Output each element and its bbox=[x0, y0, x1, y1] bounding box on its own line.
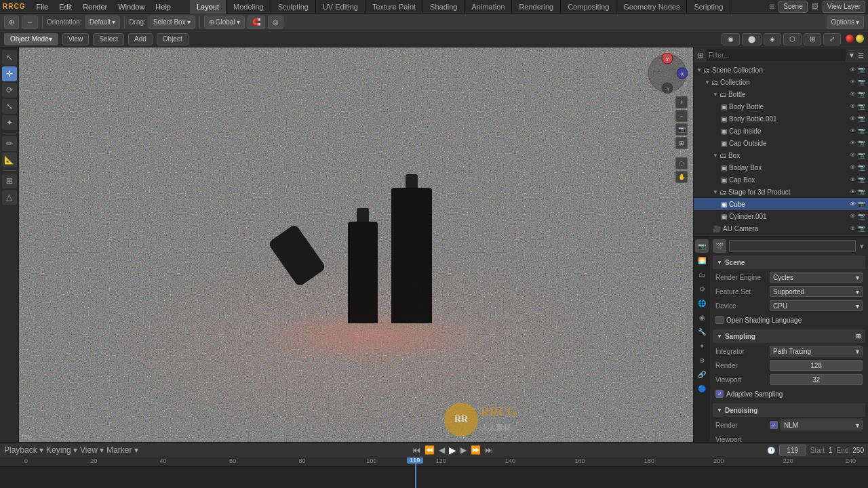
options-btn[interactable]: Options ▾ bbox=[827, 16, 864, 29]
tool-move[interactable]: ✛ bbox=[2, 66, 17, 81]
visibility-icon[interactable]: 👁 bbox=[850, 176, 856, 183]
tree-item-scene-collection[interactable]: ▼ 🗂 Scene Collection 👁 📷 bbox=[694, 64, 868, 76]
outliner-filter-icon[interactable]: ▼ bbox=[848, 52, 855, 59]
visibility-icon[interactable]: 👁 bbox=[850, 79, 856, 85]
prop-icon-modifier[interactable]: 🔧 bbox=[695, 325, 709, 338]
prop-icon-world[interactable]: 🌐 bbox=[695, 296, 709, 310]
render-icon[interactable]: 📷 bbox=[858, 140, 865, 146]
drag-selector[interactable]: Select Box ▾ bbox=[149, 16, 195, 29]
visibility-icon[interactable]: 👁 bbox=[850, 201, 856, 207]
menu-render[interactable]: Render bbox=[77, 0, 113, 14]
view-menu[interactable]: View bbox=[62, 33, 90, 45]
workspace-tab-animation[interactable]: Animation bbox=[465, 0, 512, 14]
object-menu[interactable]: Object bbox=[157, 33, 189, 45]
render-icon[interactable]: 📷 bbox=[858, 201, 865, 207]
mode-selector[interactable]: Object Mode ▾ bbox=[4, 33, 58, 45]
visibility-icon[interactable]: 👁 bbox=[850, 140, 856, 146]
tree-item-camera[interactable]: 🎥 AU Camera 👁 📷 bbox=[694, 222, 868, 235]
marker-dropdown[interactable]: Marker ▾ bbox=[106, 445, 138, 455]
tree-item-box[interactable]: ▼ 🗂 Box 👁 📷 bbox=[694, 149, 868, 161]
tree-item-cube[interactable]: ▣ Cube 👁 📷 bbox=[694, 198, 868, 210]
timeline-track[interactable]: 0 20 40 60 80 100 120 140 160 180 200 22… bbox=[0, 458, 868, 488]
jump-prev-key-btn[interactable]: ⏪ bbox=[425, 445, 435, 455]
tree-item-stage[interactable]: ▼ 🗂 Stage for 3d Product 👁 📷 bbox=[694, 186, 868, 198]
section-sampling[interactable]: ▼ Sampling ⊞ bbox=[713, 329, 865, 343]
transform-selector[interactable]: ⊕ Global ▾ bbox=[204, 16, 245, 29]
tool-add-cube[interactable]: ⊞ bbox=[2, 174, 17, 188]
jump-next-key-btn[interactable]: ⏩ bbox=[471, 445, 481, 455]
section-scene[interactable]: ▼ Scene bbox=[713, 256, 865, 269]
viewport-gizmo[interactable]: ⊞ bbox=[804, 33, 821, 45]
tree-item-body-bottle-001[interactable]: ▣ Body Bottle.001 👁 📷 bbox=[694, 113, 868, 125]
render-icon[interactable]: 📷 bbox=[858, 213, 865, 220]
viewport-xray[interactable]: ◌ bbox=[675, 157, 688, 169]
tool-measure[interactable]: 📐 bbox=[2, 152, 17, 167]
denoising-render-checkbox[interactable]: ✓ bbox=[770, 421, 778, 429]
visibility-icon[interactable]: 👁 bbox=[850, 225, 856, 232]
jump-start-btn[interactable]: ⏮ bbox=[412, 445, 420, 455]
workspace-tab-layout[interactable]: Layout bbox=[190, 0, 226, 14]
visibility-icon[interactable]: 👁 bbox=[850, 152, 856, 159]
toolbar-icon-select[interactable]: ⊕ bbox=[4, 16, 19, 29]
workspace-tab-scripting[interactable]: Scripting bbox=[687, 0, 730, 14]
visibility-icon[interactable]: 👁 bbox=[850, 213, 856, 220]
workspace-tab-uv[interactable]: UV Editing bbox=[316, 0, 366, 14]
render-samples-value[interactable]: 128 bbox=[770, 360, 863, 371]
section-denoising[interactable]: ▼ Denoising bbox=[713, 403, 865, 417]
play-btn[interactable]: ▶ bbox=[449, 445, 456, 455]
viewport-samples-value[interactable]: 32 bbox=[770, 374, 863, 385]
keying-dropdown[interactable]: Keying ▾ bbox=[46, 445, 77, 455]
render-icon[interactable]: 📷 bbox=[858, 164, 865, 171]
tree-item-cap-outside[interactable]: ▣ Cap Outside 👁 📷 bbox=[694, 137, 868, 149]
props-search-input[interactable] bbox=[729, 240, 856, 252]
tool-add-cone[interactable]: △ bbox=[2, 190, 17, 205]
viewport-grid[interactable]: ⊞ bbox=[675, 137, 688, 149]
workspace-tab-geonodes[interactable]: Geometry Nodes bbox=[616, 0, 687, 14]
visibility-icon[interactable]: 👁 bbox=[850, 103, 856, 110]
render-icon[interactable]: 📷 bbox=[858, 225, 865, 232]
tool-transform[interactable]: ✦ bbox=[2, 115, 17, 130]
feature-set-selector[interactable]: Supported ▾ bbox=[770, 286, 863, 297]
timeline-playhead[interactable]: 119 bbox=[415, 458, 416, 488]
workspace-tab-rendering[interactable]: Rendering bbox=[512, 0, 561, 14]
tree-item-body-bottle[interactable]: ▣ Body Bottle 👁 📷 bbox=[694, 100, 868, 113]
sampling-options-icon[interactable]: ⊞ bbox=[856, 333, 861, 340]
select-menu[interactable]: Select bbox=[93, 33, 124, 45]
viewport-camera[interactable]: 📷 bbox=[675, 123, 688, 136]
viewport-shading-material[interactable]: ⬤ bbox=[742, 33, 762, 45]
prop-icon-physics[interactable]: ⊕ bbox=[695, 353, 709, 367]
viewport[interactable]: Y X -Y + − 📷 ⊞ ◌ ✋ fox bbox=[19, 47, 693, 442]
prop-icon-constraints[interactable]: 🔗 bbox=[695, 367, 709, 381]
integrator-selector[interactable]: Path Tracing ▾ bbox=[770, 346, 863, 357]
current-frame-input[interactable] bbox=[779, 445, 806, 455]
workspace-tab-modeling[interactable]: Modeling bbox=[226, 0, 271, 14]
outliner-search[interactable] bbox=[706, 49, 846, 61]
prop-icon-output[interactable]: 🌅 bbox=[695, 253, 709, 267]
tool-scale[interactable]: ⤡ bbox=[2, 99, 17, 114]
tool-annotate[interactable]: ✏ bbox=[2, 136, 17, 151]
prop-icon-render[interactable]: 📷 bbox=[695, 239, 709, 253]
tool-cursor[interactable]: ↖ bbox=[2, 50, 17, 65]
menu-window[interactable]: Window bbox=[113, 0, 150, 14]
visibility-icon[interactable]: 👁 bbox=[850, 115, 856, 122]
render-icon[interactable]: 📷 bbox=[858, 115, 865, 122]
outliner-options-icon[interactable]: ☰ bbox=[858, 52, 864, 59]
open-shading-checkbox[interactable] bbox=[715, 316, 724, 324]
viewport-pan[interactable]: ✋ bbox=[675, 171, 688, 183]
render-icon[interactable]: 📷 bbox=[858, 176, 865, 183]
visibility-icon[interactable]: 👁 bbox=[850, 66, 856, 73]
scene-name[interactable]: Scene bbox=[778, 1, 807, 13]
workspace-tab-compositing[interactable]: Compositing bbox=[561, 0, 616, 14]
viewport-zoom-in[interactable]: + bbox=[675, 96, 688, 108]
render-icon[interactable]: 📷 bbox=[858, 188, 865, 195]
jump-end-btn[interactable]: ⏭ bbox=[485, 445, 493, 455]
adaptive-checkbox[interactable]: ✓ bbox=[715, 390, 724, 398]
visibility-icon[interactable]: 👁 bbox=[850, 188, 856, 195]
nav-gizmo[interactable]: Y X -Y bbox=[647, 53, 688, 94]
view-layer-name[interactable]: View Layer bbox=[823, 1, 865, 13]
menu-edit[interactable]: Edit bbox=[54, 0, 77, 14]
prop-icon-particles[interactable]: ✦ bbox=[695, 339, 709, 352]
snap-toggle[interactable]: 🧲 bbox=[248, 16, 265, 29]
workspace-tab-shading[interactable]: Shading bbox=[423, 0, 465, 14]
workspace-tab-sculpting[interactable]: Sculpting bbox=[271, 0, 316, 14]
